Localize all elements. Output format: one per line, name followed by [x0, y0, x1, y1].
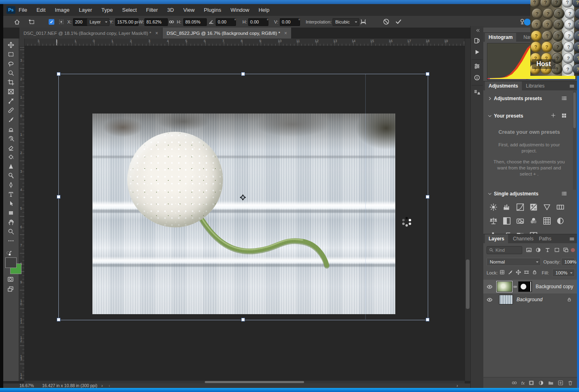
- history-panel-icon[interactable]: [474, 37, 481, 45]
- list-view-icon[interactable]: [561, 191, 567, 197]
- properties-panel-icon[interactable]: [474, 63, 481, 70]
- filter-adjustment-icon[interactable]: [535, 247, 541, 253]
- color-balance-adjustment-icon[interactable]: [489, 216, 499, 226]
- rotation-field[interactable]: 0.00: [216, 18, 236, 26]
- horizontal-scrollbar-thumb[interactable]: [205, 381, 304, 383]
- fill-select[interactable]: 100%: [552, 269, 575, 277]
- tab-paths[interactable]: Paths: [535, 234, 555, 243]
- new-group-icon[interactable]: [548, 380, 554, 386]
- path-selection-tool[interactable]: [3, 199, 19, 208]
- panel-scrollbar-thumb[interactable]: [573, 92, 576, 128]
- lock-position-icon[interactable]: [516, 270, 521, 275]
- tab-layers[interactable]: Layers: [485, 234, 508, 243]
- link-layers-icon[interactable]: [511, 380, 517, 386]
- menu-filter[interactable]: Filter: [146, 7, 158, 13]
- menu-3d[interactable]: 3D: [167, 7, 174, 13]
- blend-mode-select[interactable]: Normal: [487, 258, 541, 266]
- photo-filter-adjustment-icon[interactable]: [516, 216, 525, 226]
- menu-view[interactable]: View: [183, 7, 195, 13]
- invert-adjustment-icon[interactable]: [556, 216, 566, 226]
- toggle-reference-point-checkbox[interactable]: ✓: [49, 19, 54, 25]
- menu-file[interactable]: File: [19, 7, 27, 13]
- opacity-select[interactable]: 100%: [561, 258, 575, 266]
- layer-thumbnail[interactable]: [499, 295, 513, 304]
- crop-tool[interactable]: [3, 77, 19, 87]
- eraser-tool[interactable]: [3, 143, 19, 152]
- tab-histogram[interactable]: Histogram: [485, 33, 516, 42]
- menu-window[interactable]: Window: [230, 7, 249, 13]
- edit-toolbar-tool[interactable]: [3, 236, 19, 245]
- photoshop-logo[interactable]: Ps: [6, 6, 15, 14]
- h-skew-field[interactable]: 0.00: [248, 18, 268, 26]
- add-mask-icon[interactable]: [528, 380, 534, 386]
- filter-type-icon[interactable]: [545, 247, 551, 253]
- filter-shape-icon[interactable]: [554, 247, 560, 253]
- curves-adjustment-icon[interactable]: [516, 203, 525, 212]
- chevron-down-icon[interactable]: [487, 114, 492, 118]
- v-skew-field[interactable]: 0.00: [280, 18, 300, 26]
- zoom-level-field[interactable]: 16.67%: [19, 383, 34, 388]
- transform-handle[interactable]: [241, 72, 245, 76]
- type-tool[interactable]: [3, 189, 19, 199]
- collapse-panels-icon[interactable]: [476, 28, 480, 33]
- hue-saturation-adjustment-icon[interactable]: [556, 203, 566, 212]
- transform-tool-icon[interactable]: [28, 19, 35, 25]
- home-icon[interactable]: [14, 19, 20, 25]
- menu-select[interactable]: Select: [122, 7, 137, 13]
- transform-handle[interactable]: [426, 72, 429, 76]
- brush-tool[interactable]: [3, 115, 19, 124]
- new-adjustment-layer-icon[interactable]: [538, 380, 544, 386]
- interpolation-select[interactable]: Bicubic: [332, 18, 359, 26]
- commit-transform-icon[interactable]: [395, 18, 402, 25]
- layer-mask-link-icon[interactable]: [513, 285, 517, 289]
- frame-tool[interactable]: [3, 87, 19, 96]
- y-position-field[interactable]: 1575.00 px: [115, 18, 139, 26]
- menu-type[interactable]: Type: [101, 7, 113, 13]
- filter-toggle-icon[interactable]: [571, 248, 575, 252]
- posterize-adjustment-icon[interactable]: [489, 230, 499, 234]
- lock-pixels-icon[interactable]: [508, 270, 513, 275]
- menu-layer[interactable]: Layer: [79, 7, 92, 13]
- layer-name[interactable]: Background: [517, 297, 543, 302]
- foreground-color-swatch[interactable]: [5, 257, 17, 268]
- filter-smart-object-icon[interactable]: [563, 247, 569, 253]
- lock-transparency-icon[interactable]: [500, 270, 505, 275]
- dodge-tool[interactable]: [3, 171, 19, 180]
- adjustments-presets-header[interactable]: Adjustments presets: [494, 96, 542, 101]
- menu-edit[interactable]: Edit: [36, 7, 45, 13]
- zoom-tool[interactable]: [3, 227, 19, 236]
- add-preset-icon[interactable]: [551, 113, 556, 118]
- vertical-scrollbar-thumb[interactable]: [466, 259, 470, 309]
- width-field[interactable]: 81.62%: [144, 18, 168, 26]
- chevron-right-icon[interactable]: [487, 96, 492, 101]
- info-panel-icon[interactable]: [474, 74, 481, 81]
- clone-source-panel-icon[interactable]: [474, 89, 481, 96]
- vibrance-adjustment-icon[interactable]: [543, 203, 552, 212]
- tab-channels[interactable]: Channels: [509, 234, 537, 243]
- tab-close-icon[interactable]: ×: [284, 30, 287, 36]
- layer-row-background-copy[interactable]: Background copy: [483, 280, 577, 293]
- transform-handle[interactable]: [426, 195, 429, 199]
- quick-mask-icon[interactable]: [7, 276, 14, 283]
- lasso-tool[interactable]: [3, 59, 19, 68]
- spot-healing-brush-tool[interactable]: [3, 105, 19, 115]
- filter-image-icon[interactable]: [526, 247, 532, 253]
- transform-handle[interactable]: [57, 318, 60, 321]
- clone-stamp-tool[interactable]: [3, 124, 19, 133]
- layer-effects-icon[interactable]: fx: [521, 381, 525, 386]
- chevron-down-icon[interactable]: [487, 191, 492, 196]
- lock-artboard-icon[interactable]: [524, 270, 529, 275]
- paint-bucket-tool[interactable]: [3, 152, 19, 161]
- rectangle-tool[interactable]: [3, 208, 19, 217]
- document-tab-1[interactable]: DSC_0017.NEF @ 18.1% (Background copy, L…: [19, 28, 162, 39]
- threshold-adjustment-icon[interactable]: [502, 230, 512, 234]
- swap-colors-icon[interactable]: [7, 251, 13, 257]
- rectangular-marquee-tool[interactable]: [3, 49, 19, 59]
- tab-adjustments[interactable]: Adjustments: [485, 81, 522, 90]
- warp-mode-icon[interactable]: [360, 19, 367, 25]
- ruler-origin[interactable]: [19, 39, 25, 46]
- object-selection-tool[interactable]: [3, 68, 19, 77]
- single-adjustments-header[interactable]: Single adjustments: [494, 191, 538, 197]
- gradient-map-adjustment-icon[interactable]: [516, 230, 525, 234]
- hand-tool[interactable]: [3, 217, 19, 227]
